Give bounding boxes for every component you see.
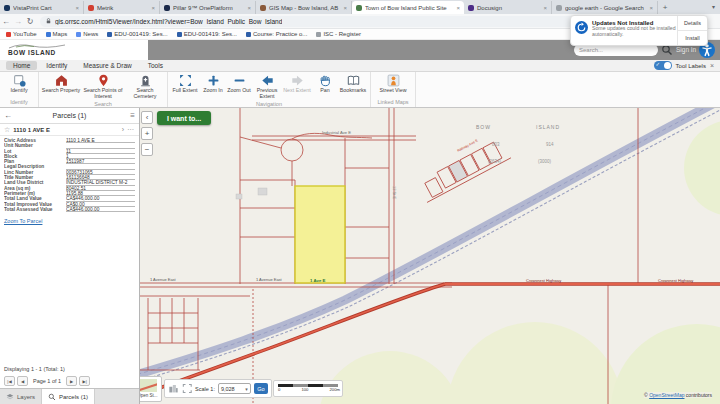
zoom-in-button[interactable]: Zoom In (200, 73, 226, 94)
parcel-number-label: 803 (492, 142, 500, 147)
new-tab-button[interactable]: + (658, 1, 672, 14)
browser-tab[interactable]: GIS Map - Bow Island, AB × (256, 1, 352, 14)
panel-menu-icon[interactable]: ≡ (123, 111, 135, 120)
tool-label: Search Cemetery (125, 88, 165, 100)
search-poi-button[interactable]: Search Points of Interest (81, 73, 125, 100)
tab-favicon (556, 5, 562, 11)
tab-favicon (356, 5, 362, 11)
tab-favicon (88, 5, 94, 11)
browser-tab[interactable]: VistaPrint Cart × (0, 1, 84, 14)
more-options-icon[interactable]: ⋯ (127, 126, 135, 134)
tab-close-icon[interactable]: × (151, 5, 155, 11)
map-zoom-in-button[interactable]: + (141, 127, 153, 140)
chevron-right-icon[interactable]: › (122, 126, 124, 133)
browser-tab[interactable]: Docusign × (464, 1, 552, 14)
street-label: Industrial Ave E (322, 130, 351, 135)
reload-button[interactable]: ↻ (24, 17, 36, 26)
tool-labels-close-icon[interactable]: × (710, 62, 714, 69)
bookmark-item[interactable]: ISC - Register (316, 31, 361, 37)
parcel-number-label: (3000) (538, 159, 552, 164)
back-button[interactable]: ← (0, 17, 12, 26)
result-title: 1110 1 AVE E (13, 127, 118, 133)
menu-tab-tools[interactable]: Tools (141, 61, 170, 70)
scale-select[interactable]: 9,028 ▾ (218, 383, 251, 394)
bookmark-item[interactable]: News (76, 31, 98, 37)
menu-tab-home[interactable]: Home (6, 61, 37, 70)
scalebar-tick: 0 (278, 387, 280, 392)
street-view-button[interactable]: Street View (373, 73, 413, 94)
browser-tab[interactable]: Metrik × (84, 1, 160, 14)
tab-close-icon[interactable]: × (456, 5, 460, 11)
full-extent-button[interactable]: Full Extent (170, 73, 200, 94)
house-icon (55, 74, 68, 87)
browser-tab[interactable]: google earth - Google Search × (552, 1, 658, 14)
star-icon[interactable]: ☆ (4, 126, 10, 134)
tab-close-icon[interactable]: × (75, 5, 79, 11)
tab-label: Town of Bow Island Public Site (365, 5, 453, 11)
tool-label: Identify (10, 88, 27, 94)
menu-tab-identify[interactable]: Identify (39, 61, 74, 70)
bookmark-item[interactable]: EDU-001419: Ses... (107, 31, 167, 37)
notification-install-button[interactable]: Install (678, 31, 707, 45)
bookmark-item[interactable]: Course: Practice o... (246, 31, 307, 37)
first-page-button[interactable]: |◀ (4, 376, 15, 386)
bookmark-item[interactable]: YouTube (6, 31, 37, 37)
bookmark-item[interactable]: EDU-001419: Ses... (177, 31, 237, 37)
tab-layers[interactable]: Layers (0, 389, 42, 404)
browser-tab-strip: VistaPrint Cart × Metrik × Pillar 9™ One… (0, 0, 720, 14)
zoom-to-parcel-link[interactable]: Zoom To Parcel (0, 212, 139, 224)
bookmark-item[interactable]: Maps (46, 31, 68, 37)
panel-back-icon[interactable]: ← (4, 111, 16, 120)
search-cemetery-button[interactable]: Search Cemetery (125, 73, 165, 100)
forward-button[interactable]: → (12, 17, 24, 26)
tab-favicon (260, 5, 266, 11)
ribbon-group-identify: Identify Identify (0, 72, 39, 107)
pan-button[interactable]: Pan (312, 73, 338, 94)
openstreetmap-link[interactable]: OpenStreetMap (649, 392, 684, 398)
scale-go-button[interactable]: Go (254, 383, 268, 394)
browser-tab-active[interactable]: Town of Bow Island Public Site × (352, 1, 464, 14)
basemap-svg: Industrial Ave E BOW ISLAND 803 914 (263… (140, 108, 720, 404)
i-want-to-button[interactable]: I want to... (157, 111, 211, 125)
selected-parcel[interactable] (295, 186, 345, 283)
tab-label: Parcels (1) (59, 394, 88, 400)
screen: VistaPrint Cart × Metrik × Pillar 9™ One… (0, 0, 720, 404)
buildings-icon[interactable] (168, 383, 179, 394)
identify-icon (13, 74, 26, 87)
tab-overflow-icon[interactable]: ▾ (712, 3, 715, 10)
map-attribution: © OpenStreetMap contributors (644, 392, 712, 398)
basemap-selector[interactable]: Open St... (140, 376, 162, 402)
previous-extent-button[interactable]: Previous Extent (252, 73, 282, 100)
tool-labels-toggle[interactable]: ✓ (654, 61, 672, 70)
result-item[interactable]: ☆ 1110 1 AVE E › ⋯ (0, 124, 139, 136)
map-zoom-out-button[interactable]: − (141, 143, 153, 156)
place-label: ISLAND (536, 124, 560, 130)
last-page-button[interactable]: ▶| (79, 376, 90, 386)
tab-close-icon[interactable]: × (343, 5, 347, 11)
tab-close-icon[interactable]: × (247, 5, 251, 11)
scale-label: Scale 1: (195, 386, 215, 392)
arrow-right-icon (291, 74, 304, 87)
map-viewport[interactable]: Industrial Ave E BOW ISLAND 803 914 (263… (140, 108, 720, 404)
tab-close-icon[interactable]: × (543, 5, 547, 11)
tool-label: Zoom Out (227, 88, 251, 94)
street-view-icon (387, 74, 400, 87)
next-page-button[interactable]: ▶ (66, 376, 77, 386)
sign-in-button[interactable]: Sign In (676, 46, 696, 53)
tab-parcels[interactable]: Parcels (1) (42, 389, 95, 404)
zoom-out-button[interactable]: Zoom Out (226, 73, 252, 94)
search-property-button[interactable]: Search Property (41, 73, 81, 94)
browser-tab[interactable]: Pillar 9™ OnePlatform × (160, 1, 256, 14)
bookmarks-button[interactable]: Bookmarks (338, 73, 368, 94)
url-bar[interactable]: gis.orrsc.com/Html5Viewer/Index.html?vie… (40, 16, 660, 27)
identify-tool-button[interactable]: Identify (2, 73, 36, 94)
tab-label: Metrik (97, 5, 148, 11)
panel-collapse-button[interactable]: ‹ (141, 111, 153, 124)
previous-page-button[interactable]: ◀ (17, 376, 28, 386)
extent-brackets-icon[interactable] (182, 383, 193, 394)
notification-details-button[interactable]: Details (678, 16, 707, 31)
selected-street-label: 1 Ave E (310, 278, 326, 283)
menu-tab-measure-draw[interactable]: Measure & Draw (76, 61, 138, 70)
tab-close-icon[interactable]: × (649, 5, 653, 11)
basemap-thumbnail-icon (140, 379, 157, 392)
